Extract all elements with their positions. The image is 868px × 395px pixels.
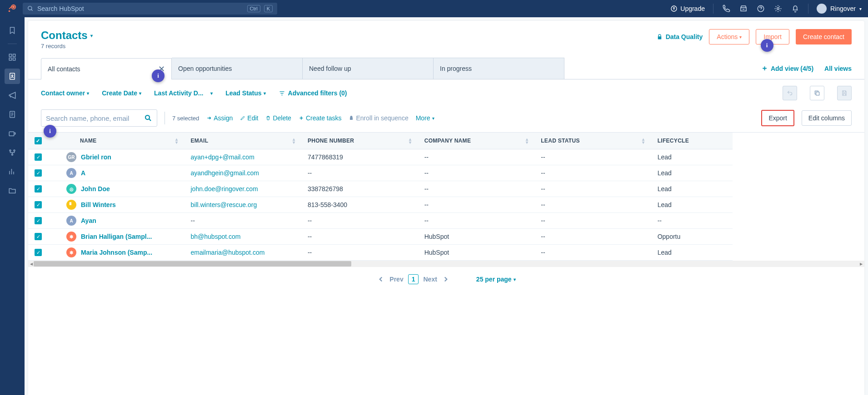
upgrade-button[interactable]: Upgrade [670,5,705,12]
upgrade-icon [670,5,678,12]
top-nav: Ctrl K Upgrade Ringover ▾ [0,0,868,17]
global-search-input[interactable] [37,5,244,12]
chevron-down-icon: ▾ [859,6,862,11]
marketplace-icon[interactable] [739,4,748,13]
account-name: Ringover [830,5,856,12]
kbd-k: K [264,5,273,12]
upgrade-label: Upgrade [680,5,705,12]
svg-point-8 [777,8,779,10]
account-menu[interactable]: Ringover ▾ [817,4,862,14]
topnav-right: Upgrade Ringover ▾ [670,4,862,14]
svg-point-0 [12,6,15,8]
notifications-icon[interactable] [791,4,800,13]
search-icon [27,5,34,12]
help-icon[interactable] [756,4,765,13]
svg-line-5 [31,10,33,11]
account-avatar [817,4,827,14]
phone-icon[interactable] [722,4,731,13]
svg-point-1 [9,10,10,12]
global-search[interactable]: Ctrl K [23,3,277,15]
settings-icon[interactable] [773,4,783,13]
kbd-ctrl: Ctrl [247,5,260,12]
svg-point-4 [28,6,32,10]
hubspot-logo[interactable] [6,3,17,14]
